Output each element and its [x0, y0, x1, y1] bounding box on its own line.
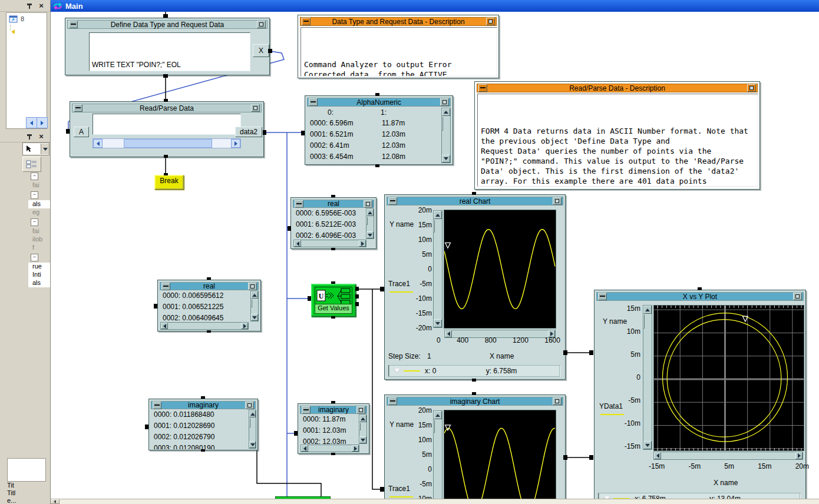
- scroll-left-button[interactable]: [301, 445, 308, 452]
- real-list-display[interactable]: real 0000: 6.5956E-0030001: 6.5212E-0030…: [290, 197, 377, 249]
- read-parse-data-object[interactable]: Read/Parse Data A READ TEXT data2 REAL64…: [70, 101, 264, 157]
- tree-item-label[interactable]: als: [28, 279, 50, 287]
- resize-icon[interactable]: [486, 18, 495, 25]
- imaginary-list-display[interactable]: imaginary 0000: 0.0118684800001: 0.01202…: [148, 399, 258, 450]
- define-data-type-object[interactable]: Define Data Type and Request Data WRITE …: [65, 18, 270, 75]
- output-terminal-x[interactable]: X: [253, 44, 269, 57]
- tree-item-label[interactable]: fai: [28, 227, 50, 236]
- data-out-pin[interactable]: [563, 350, 567, 355]
- alphanumeric-display[interactable]: AlphaNumeric 0: 1: 0000: 6.596m 11.87m 0…: [305, 95, 453, 165]
- xdata-in-pin[interactable]: [589, 350, 593, 355]
- sequence-in-pin[interactable]: [472, 392, 476, 395]
- scroll-thumb[interactable]: [434, 420, 435, 433]
- scroll-down-button[interactable]: [643, 441, 652, 449]
- expand-tree-button[interactable]: [22, 157, 41, 172]
- resize-icon[interactable]: [257, 21, 266, 28]
- tree-item-label[interactable]: eg: [28, 208, 50, 217]
- sequence-in-pin[interactable]: [207, 277, 211, 280]
- scroll-up-button[interactable]: [643, 306, 652, 314]
- sequence-in-pin[interactable]: [698, 287, 702, 290]
- vertical-scrollbar[interactable]: [366, 208, 374, 239]
- sequence-in-pin[interactable]: [472, 192, 476, 195]
- scroll-up-button[interactable]: [442, 108, 450, 116]
- pin-icon[interactable]: [24, 132, 35, 141]
- step-size-value[interactable]: 1: [427, 352, 431, 360]
- data-in-pin[interactable]: [66, 129, 70, 134]
- nav-forward-button[interactable]: [37, 117, 48, 128]
- scroll-down-button[interactable]: [434, 319, 442, 327]
- resize-icon[interactable]: [364, 200, 372, 208]
- object-titlebar[interactable]: real: [293, 200, 374, 208]
- object-titlebar[interactable]: Define Data Type and Request Data: [67, 20, 268, 29]
- vertical-scrollbar[interactable]: [250, 291, 259, 321]
- data-in-pin[interactable]: [301, 131, 305, 135]
- minimize-icon[interactable]: [153, 402, 161, 409]
- tree-item-label[interactable]: rue: [28, 263, 50, 271]
- sequence-in-pin[interactable]: [375, 93, 379, 96]
- pin-icon[interactable]: [24, 1, 35, 11]
- resize-icon[interactable]: [248, 283, 257, 290]
- tree-item-label[interactable]: Inti: [28, 271, 50, 279]
- scroll-right-button[interactable]: [231, 139, 240, 148]
- get-values-object[interactable]: U Get Values: [311, 284, 356, 317]
- tree-collapse-icon[interactable]: [31, 218, 38, 226]
- scroll-up-button[interactable]: [359, 415, 366, 422]
- transaction-line[interactable]: WRITE TEXT "POIN?;" EOL: [92, 61, 247, 69]
- scroll-thumb[interactable]: [366, 217, 368, 225]
- horizontal-scrollbar[interactable]: [653, 452, 803, 460]
- canvas-horizontal-scrollbar[interactable]: [50, 499, 819, 504]
- data-out-pin[interactable]: [563, 455, 567, 460]
- data-in-pin[interactable]: [294, 431, 298, 436]
- minimize-icon[interactable]: [74, 104, 82, 112]
- sequence-out-pin[interactable]: [472, 379, 476, 382]
- minimize-icon[interactable]: [69, 21, 78, 28]
- horizontal-scrollbar[interactable]: [160, 322, 249, 330]
- tree-item-label[interactable]: f: [28, 244, 50, 252]
- vertical-scrollbar[interactable]: [359, 415, 367, 444]
- object-titlebar[interactable]: Read/Parse Data - Description: [477, 84, 758, 92]
- sequence-out-pin[interactable]: [201, 449, 205, 452]
- resize-icon[interactable]: [440, 98, 449, 106]
- trace-in-pin[interactable]: [380, 487, 384, 492]
- scroll-up-button[interactable]: [249, 410, 256, 417]
- sequence-in-pin[interactable]: [331, 401, 335, 403]
- marker-readout-bar[interactable]: x: 0 y: 6.758m: [388, 365, 560, 377]
- minimize-icon[interactable]: [295, 200, 303, 208]
- minimize-icon[interactable]: [309, 98, 318, 106]
- real-list-display[interactable]: real 0000: 0.0065956120001: 0.0065212250…: [157, 280, 261, 331]
- sequence-in-pin[interactable]: [331, 281, 335, 284]
- scroll-up-button[interactable]: [434, 411, 442, 419]
- scroll-right-button[interactable]: [241, 323, 248, 329]
- pointer-tool-dropdown[interactable]: [22, 142, 49, 155]
- scroll-right-button[interactable]: [352, 445, 359, 452]
- object-titlebar[interactable]: imaginary: [151, 401, 256, 409]
- scroll-right-button[interactable]: [795, 452, 803, 459]
- description-object-2[interactable]: Read/Parse Data - Description FORM 4 Dat…: [474, 81, 760, 190]
- scroll-left-button[interactable]: [294, 240, 301, 247]
- scroll-down-button[interactable]: [251, 314, 258, 321]
- scroll-left-button[interactable]: [93, 139, 103, 148]
- sequence-in-pin[interactable]: [331, 195, 335, 197]
- trace-in-pin[interactable]: [380, 287, 384, 291]
- scroll-thumb[interactable]: [643, 314, 645, 329]
- description-object-1[interactable]: Data Type and Request Data - Description…: [298, 15, 499, 78]
- main-titlebar[interactable]: Main: [50, 0, 819, 12]
- data-out-pin[interactable]: [355, 287, 359, 291]
- imaginary-list-display[interactable]: imaginary 0000: 11.87m0001: 12.03m0002: …: [298, 403, 369, 454]
- data-in-pin[interactable]: [145, 425, 148, 429]
- scroll-down-button[interactable]: [366, 231, 374, 238]
- close-icon[interactable]: [36, 132, 47, 141]
- data-out-pin[interactable]: [355, 302, 359, 306]
- object-titlebar[interactable]: AlphaNumeric: [307, 98, 451, 107]
- data-in-pin[interactable]: [288, 226, 291, 231]
- sequence-out-pin[interactable]: [164, 155, 168, 158]
- sequence-out-pin[interactable]: [163, 74, 168, 78]
- tree-item-label[interactable]: 8: [21, 15, 24, 22]
- chevron-down-icon[interactable]: [41, 144, 49, 154]
- ydata-in-pin[interactable]: [589, 455, 593, 460]
- vertical-scrollbar[interactable]: [249, 410, 256, 449]
- horizontal-scrollbar[interactable]: [293, 240, 366, 247]
- scroll-up-button[interactable]: [366, 209, 374, 216]
- minimize-icon[interactable]: [388, 397, 397, 405]
- tree-item-label[interactable]: als: [28, 200, 50, 208]
